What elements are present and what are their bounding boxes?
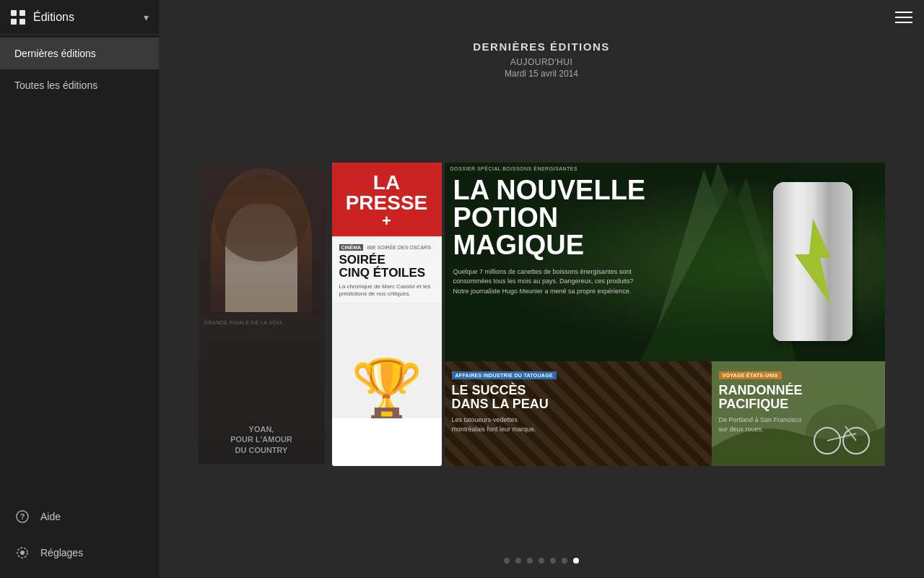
sidebar-bottom: ? Aide Réglages bbox=[0, 499, 159, 578]
logo-presse: PRESSE bbox=[341, 193, 433, 213]
sidebar: Éditions ▾ Dernières éditions Toutes les… bbox=[0, 0, 159, 578]
next-top-row: DOSSIER SPÉCIAL BOISSONS ÉNERGISANTES LA… bbox=[445, 163, 885, 361]
pagination-dot-4[interactable] bbox=[539, 558, 544, 564]
cinema-title: SOIRÉECINQ ÉTOILES bbox=[339, 254, 435, 280]
person-image bbox=[199, 164, 325, 316]
prev-edition-bottom: GRANDE FINALE DE LA VOIX YOAN,POUR L'AMO… bbox=[199, 316, 325, 464]
page-date: Mardi 15 avril 2014 bbox=[159, 69, 924, 79]
tattoo-title: LE SUCCÈSDANS LA PEAU bbox=[452, 384, 705, 413]
page-title: DERNIÈRES ÉDITIONS bbox=[159, 40, 924, 53]
pagination-dot-5[interactable] bbox=[550, 558, 556, 564]
oscar-area: 🏆 bbox=[332, 303, 442, 418]
grid-icon bbox=[10, 9, 26, 25]
sidebar-item-aide[interactable]: ? Aide bbox=[0, 499, 159, 535]
main-header bbox=[159, 0, 924, 35]
svg-rect-3 bbox=[19, 19, 25, 25]
hamburger-icon[interactable] bbox=[895, 12, 912, 23]
tattoo-desc: Les tatoueurs-vedettesmontréalais font l… bbox=[452, 415, 705, 434]
sidebar-item-reglages[interactable]: Réglages bbox=[0, 535, 159, 571]
sidebar-title: Éditions bbox=[33, 11, 144, 24]
sidebar-item-dernieres[interactable]: Dernières éditions bbox=[0, 38, 159, 69]
carousel-track: GRANDE FINALE DE LA VOIX YOAN,POUR L'AMO… bbox=[199, 163, 885, 466]
feature-badge: DOSSIER SPÉCIAL BOISSONS ÉNERGISANTES bbox=[445, 163, 885, 173]
carousel-area: GRANDE FINALE DE LA VOIX YOAN,POUR L'AMO… bbox=[159, 82, 924, 546]
logo-plus: + bbox=[341, 213, 433, 229]
voyage-badge: VOYAGE ÉTATS-UNIS bbox=[719, 371, 782, 379]
sidebar-header: Éditions ▾ bbox=[0, 0, 159, 35]
svg-rect-2 bbox=[11, 19, 17, 25]
pagination-dot-2[interactable] bbox=[515, 558, 521, 564]
prev-edition-top bbox=[199, 164, 325, 316]
cinema-sub: 86E SOIRÉE DES OSCARS bbox=[367, 245, 431, 250]
oscar-figure: 🏆 bbox=[351, 361, 423, 418]
svg-point-6 bbox=[20, 551, 25, 555]
pagination-dot-1[interactable] bbox=[504, 558, 510, 564]
pagination-dot-6[interactable] bbox=[562, 558, 567, 564]
page-title-area: DERNIÈRES ÉDITIONS AUJOURD'HUI Mardi 15 … bbox=[159, 35, 924, 82]
prev-bottom-text: YOAN,POUR L'AMOURDU COUNTRY bbox=[230, 424, 292, 455]
next-edition-card[interactable]: DOSSIER SPÉCIAL BOISSONS ÉNERGISANTES LA… bbox=[445, 163, 885, 466]
pagination bbox=[159, 546, 924, 578]
prev-edition-card[interactable]: GRANDE FINALE DE LA VOIX YOAN,POUR L'AMO… bbox=[199, 164, 325, 464]
voyage-title: RANDONNÉEPACIFIQUE bbox=[719, 384, 878, 413]
current-edition-card[interactable]: LA PRESSE + CINÉMA 86E SOIRÉE DES OSCARS… bbox=[332, 163, 442, 466]
next-bottom-row: AFFAIRES INDUSTRIE DU TATOUAGE LE SUCCÈS… bbox=[445, 361, 885, 466]
main-content: DERNIÈRES ÉDITIONS AUJOURD'HUI Mardi 15 … bbox=[159, 0, 924, 578]
sidebar-nav: Dernières éditions Toutes les éditions bbox=[0, 38, 159, 101]
page-subtitle: AUJOURD'HUI bbox=[159, 57, 924, 67]
bike-article: VOYAGE ÉTATS-UNIS RANDONNÉEPACIFIQUE De … bbox=[712, 361, 885, 466]
svg-rect-1 bbox=[19, 10, 25, 16]
lp-cinema-section: CINÉMA 86E SOIRÉE DES OSCARS SOIRÉECINQ … bbox=[332, 237, 442, 303]
feature-title: LA NOUVELLEPOTIONMAGIQUE bbox=[445, 173, 885, 262]
question-icon: ? bbox=[14, 509, 30, 525]
tattoo-badge: AFFAIRES INDUSTRIE DU TATOUAGE bbox=[452, 371, 557, 379]
chevron-down-icon[interactable]: ▾ bbox=[144, 12, 149, 23]
voyage-desc: De Portland à San Franciscosur deux roue… bbox=[719, 415, 878, 434]
svg-rect-0 bbox=[11, 10, 17, 16]
svg-text:?: ? bbox=[20, 512, 25, 521]
prev-bottom-label: GRANDE FINALE DE LA VOIX bbox=[199, 316, 325, 329]
logo-la: LA bbox=[341, 173, 433, 193]
cinema-desc: La chronique de Marc Cassivi et les préd… bbox=[339, 283, 435, 298]
gear-icon bbox=[14, 545, 30, 561]
la-presse-logo-area: LA PRESSE + bbox=[332, 163, 442, 236]
next-feature-article: DOSSIER SPÉCIAL BOISSONS ÉNERGISANTES LA… bbox=[445, 163, 885, 361]
cinema-label-row: CINÉMA 86E SOIRÉE DES OSCARS bbox=[339, 244, 435, 251]
pagination-dot-7[interactable] bbox=[573, 558, 579, 564]
tattoo-article: AFFAIRES INDUSTRIE DU TATOUAGE LE SUCCÈS… bbox=[445, 361, 712, 466]
cinema-badge: CINÉMA bbox=[339, 244, 364, 251]
sidebar-item-toutes[interactable]: Toutes les éditions bbox=[0, 69, 159, 101]
pagination-dot-3[interactable] bbox=[527, 558, 533, 564]
feature-desc: Quelque 7 millions de canettes de boisso… bbox=[445, 262, 885, 303]
